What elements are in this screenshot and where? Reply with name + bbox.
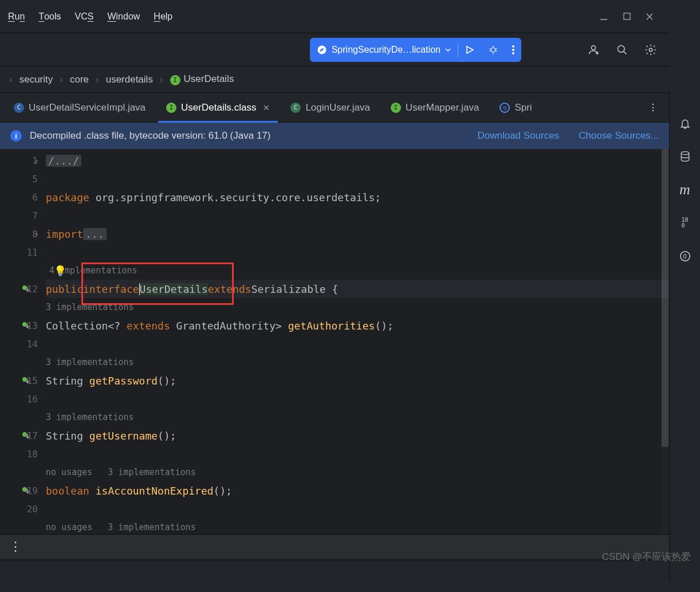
chevron-right-icon: ›: [160, 74, 163, 85]
run-config-selector[interactable]: SpringSecurityDe…lication: [310, 38, 458, 62]
breadcrumb-leaf[interactable]: IUserDetails: [170, 73, 234, 85]
maven-icon[interactable]: m: [677, 181, 694, 198]
tab-loginuser[interactable]: CLoginUser.java: [280, 93, 380, 122]
close-button[interactable]: [638, 5, 661, 28]
tab-usermapper[interactable]: IUserMapper.java: [380, 93, 490, 122]
fold-icon[interactable]: ›: [34, 156, 39, 165]
database-icon[interactable]: [677, 148, 694, 165]
chevron-right-icon: ›: [60, 74, 63, 85]
notifications-icon[interactable]: [677, 115, 694, 132]
main-toolbar: SpringSecurityDe…lication: [0, 33, 669, 66]
breadcrumb: › security › core › userdetails › IUserD…: [0, 66, 669, 93]
svg-line-8: [495, 48, 497, 49]
implementation-icon[interactable]: [22, 285, 30, 293]
breadcrumb-item[interactable]: userdetails: [106, 74, 153, 85]
implementation-icon[interactable]: [22, 377, 30, 385]
svg-point-14: [591, 45, 595, 49]
interface-icon: I: [166, 103, 176, 113]
run-config-label: SpringSecurityDe…lication: [332, 45, 441, 55]
fold-icon[interactable]: ›: [34, 230, 39, 238]
inlay-hint[interactable]: no usages 3 implementations: [46, 467, 196, 477]
svg-point-4: [491, 48, 495, 52]
debug-button[interactable]: [481, 38, 505, 62]
selected-text: UserDetails: [139, 283, 208, 295]
code-with-me-icon[interactable]: [583, 40, 604, 60]
decompile-notification: i Decompiled .class file, bytecode versi…: [0, 123, 669, 149]
settings-icon[interactable]: [640, 40, 661, 60]
svg-line-7: [489, 48, 491, 49]
editor-scrollbar[interactable]: [661, 149, 669, 562]
tab-userdetails-class[interactable]: IUserDetails.class✕: [156, 93, 280, 122]
choose-sources-link[interactable]: Choose Sources...: [579, 130, 659, 142]
bulb-icon[interactable]: 💡: [54, 265, 66, 277]
svg-point-25: [681, 152, 689, 155]
inlay-hint[interactable]: no usages 3 implementations: [46, 522, 196, 532]
menu-tools[interactable]: TToolsools: [38, 11, 61, 22]
svg-line-18: [624, 51, 627, 54]
run-config-box: SpringSecurityDe…lication: [310, 38, 521, 62]
kotlin-icon: ◎: [500, 103, 510, 113]
implementation-icon[interactable]: [22, 487, 30, 495]
problems-icon[interactable]: 0: [677, 248, 694, 265]
info-icon: i: [10, 130, 22, 142]
code-editor[interactable]: 1› 5 6 7 8› 11 12 13 14 15 16 17 18 19 2…: [0, 149, 669, 562]
breadcrumb-item[interactable]: core: [70, 74, 89, 85]
download-sources-link[interactable]: Download Sources: [477, 130, 559, 142]
class-icon: C: [290, 103, 301, 113]
svg-line-9: [489, 50, 491, 51]
inlay-hint[interactable]: 3 implementations: [46, 412, 134, 422]
code-content[interactable]: /.../ package org.springframework.securi…: [44, 149, 669, 562]
implementation-icon[interactable]: [22, 432, 30, 440]
menu-window[interactable]: Window: [107, 11, 140, 22]
coverage-icon[interactable]: 10 0: [677, 214, 694, 232]
inlay-hint[interactable]: 3 implementations: [46, 302, 134, 312]
folded-imports[interactable]: ...: [83, 228, 107, 240]
close-tab-icon[interactable]: ✕: [263, 103, 270, 112]
class-icon: C: [14, 103, 24, 113]
interface-icon: I: [391, 103, 401, 113]
minimize-button[interactable]: [592, 5, 615, 28]
breadcrumb-item[interactable]: security: [19, 74, 53, 85]
more-actions-button[interactable]: [505, 38, 521, 62]
svg-line-10: [495, 50, 497, 51]
svg-point-17: [618, 45, 625, 52]
right-tool-rail: m 10 0 0: [669, 92, 700, 581]
chevron-right-icon: ›: [96, 74, 99, 85]
implementation-icon[interactable]: [22, 322, 30, 330]
tabs-overflow-button[interactable]: ⋮: [646, 102, 660, 113]
chevron-right-icon: ›: [9, 74, 13, 85]
main-menubar: Run TToolsools VCS Window Help: [0, 0, 669, 33]
notif-message: Decompiled .class file, bytecode version…: [30, 130, 458, 142]
tab-userdetailserviceimpl[interactable]: CUserDetailServiceImpl.java: [3, 93, 156, 122]
editor-tabs: CUserDetailServiceImpl.java IUserDetails…: [0, 93, 669, 123]
folded-region[interactable]: /.../: [46, 155, 81, 167]
spring-icon: [317, 45, 327, 55]
maximize-button[interactable]: [615, 5, 638, 28]
chevron-down-icon: [445, 47, 451, 53]
tab-spring-truncated[interactable]: ◎Spri: [489, 93, 542, 122]
menu-help[interactable]: Help: [154, 11, 172, 22]
svg-point-12: [512, 49, 514, 51]
search-icon[interactable]: [612, 40, 632, 60]
menu-run[interactable]: Run: [8, 11, 25, 22]
run-button[interactable]: [458, 38, 481, 62]
editor-gutter: 1› 5 6 7 8› 11 12 13 14 15 16 17 18 19 2…: [0, 149, 44, 562]
interface-icon: I: [170, 75, 180, 85]
svg-rect-1: [624, 13, 630, 19]
status-bar: ⋮: [0, 534, 669, 559]
svg-point-11: [512, 45, 514, 48]
inlay-hint[interactable]: 3 implementations: [46, 357, 134, 367]
svg-point-13: [512, 52, 514, 54]
svg-point-19: [649, 48, 652, 52]
status-menu-icon[interactable]: ⋮: [9, 539, 23, 554]
menu-vcs[interactable]: VCS: [75, 11, 94, 22]
